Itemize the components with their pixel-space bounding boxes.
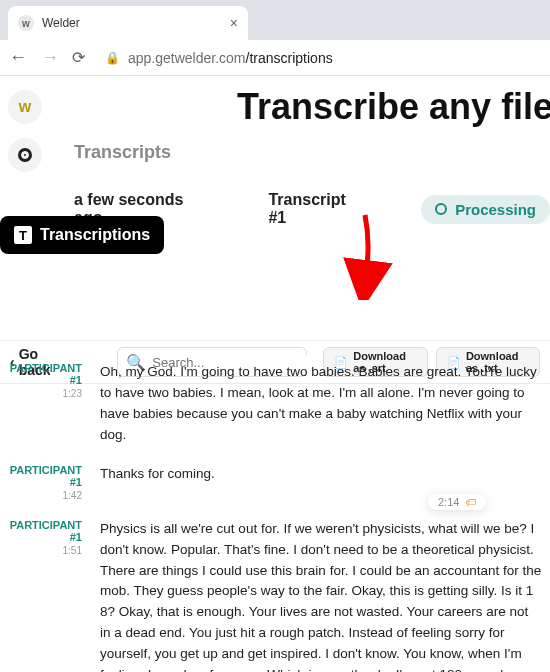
tab-title: Welder <box>42 16 222 30</box>
back-arrow-icon[interactable]: ← <box>8 47 28 68</box>
segment-time: 1:42 <box>4 490 82 501</box>
segment-text[interactable]: Thanks for coming. <box>100 464 215 501</box>
transcript-body: PARTICIPANT #1 1:23 Oh, my God. I'm goin… <box>0 352 550 672</box>
record-icon[interactable] <box>8 138 42 172</box>
segment-speaker: PARTICIPANT #1 <box>4 464 82 488</box>
browser-tab[interactable]: w Welder × <box>8 6 248 40</box>
page-title: Transcribe any file <box>237 86 550 128</box>
segment-speaker: PARTICIPANT #1 <box>4 519 82 543</box>
content-header: Transcribe any file Transcripts a few se… <box>62 76 550 227</box>
segment-text[interactable]: Physics is all we're cut out for. If we … <box>100 519 542 672</box>
status-badge: Processing <box>421 195 550 224</box>
lock-icon: 🔒 <box>105 51 120 65</box>
segment-time: 1:51 <box>4 545 82 556</box>
close-icon[interactable]: × <box>230 15 238 31</box>
transcript-segment: PARTICIPANT #1 1:51 Physics is all we're… <box>4 519 542 672</box>
reload-icon[interactable]: ⟳ <box>72 48 85 67</box>
browser-tab-strip: w Welder × <box>0 0 550 40</box>
transcript-segment: PARTICIPANT #1 1:23 Oh, my God. I'm goin… <box>4 362 542 446</box>
sidebar: w <box>0 76 50 172</box>
timestamp-pill[interactable]: 2:14 🏷 <box>428 494 486 510</box>
forward-arrow-icon: → <box>40 47 60 68</box>
url-text: app.getwelder.com/transcriptions <box>128 50 333 66</box>
tag-icon: 🏷 <box>465 496 476 508</box>
processing-spinner-icon <box>435 203 447 215</box>
transcriptions-button[interactable]: T Transcriptions <box>0 216 164 254</box>
segment-speaker: PARTICIPANT #1 <box>4 362 82 386</box>
url-bar[interactable]: 🔒 app.getwelder.com/transcriptions <box>97 50 542 66</box>
logo-icon[interactable]: w <box>8 90 42 124</box>
segment-text[interactable]: Oh, my God. I'm going to have two babies… <box>100 362 542 446</box>
row-name: Transcript #1 <box>268 191 366 227</box>
segment-time: 1:23 <box>4 388 82 399</box>
favicon: w <box>18 15 34 31</box>
browser-toolbar: ← → ⟳ 🔒 app.getwelder.com/transcriptions <box>0 40 550 76</box>
section-title: Transcripts <box>74 142 550 163</box>
transcriptions-icon: T <box>14 226 32 244</box>
